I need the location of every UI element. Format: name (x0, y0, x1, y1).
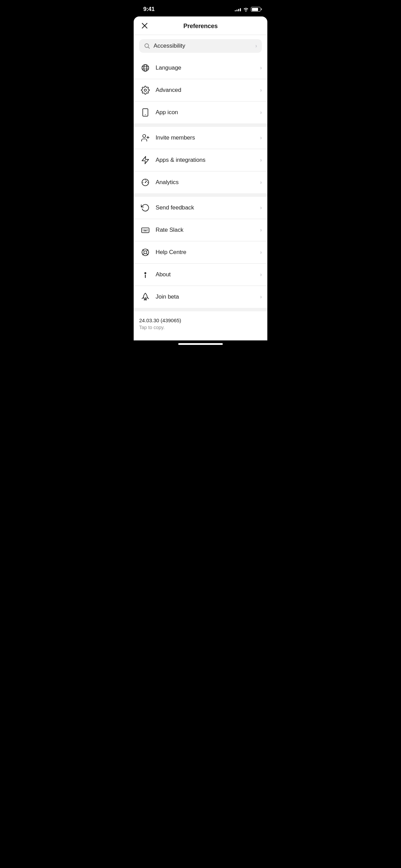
section-divider-1 (134, 123, 267, 127)
language-item[interactable]: Language › (134, 57, 267, 79)
invite-members-item[interactable]: Invite members › (134, 127, 267, 149)
keyboard-icon (139, 224, 151, 236)
accessibility-label: Accessibility (154, 43, 255, 49)
version-section[interactable]: 24.03.30 (439065) Tap to copy. (134, 311, 267, 340)
rate-slack-label: Rate Slack (156, 227, 260, 233)
apps-integrations-label: Apps & integrations (156, 157, 260, 164)
sheet-header: Preferences (134, 16, 267, 35)
svg-marker-14 (142, 156, 149, 164)
analytics-chevron-icon: › (260, 179, 262, 185)
svg-rect-9 (143, 109, 148, 116)
svg-line-27 (143, 250, 144, 251)
gauge-icon (139, 176, 151, 189)
join-beta-chevron-icon: › (260, 294, 262, 300)
send-feedback-chevron-icon: › (260, 205, 262, 211)
analytics-label: Analytics (156, 179, 260, 186)
svg-point-31 (144, 272, 146, 274)
battery-icon (251, 7, 260, 12)
content-area: Accessibility › Language (134, 35, 267, 340)
svg-point-8 (144, 89, 147, 92)
lifebuoy-icon (139, 246, 151, 258)
status-icons (235, 7, 260, 12)
language-chevron-icon: › (260, 65, 262, 71)
language-label: Language (156, 64, 260, 71)
svg-rect-17 (142, 228, 149, 233)
feedback-icon (139, 202, 151, 214)
section-support: Send feedback › (134, 197, 267, 308)
advanced-label: Advanced (156, 87, 260, 94)
join-beta-item[interactable]: Join beta › (134, 286, 267, 308)
about-chevron-icon: › (260, 272, 262, 278)
search-icon (144, 43, 150, 49)
advanced-chevron-icon: › (260, 87, 262, 93)
home-bar (178, 343, 223, 345)
rate-slack-chevron-icon: › (260, 227, 262, 233)
about-item[interactable]: About › (134, 264, 267, 286)
info-icon (139, 268, 151, 281)
help-centre-label: Help Centre (156, 249, 260, 256)
close-button[interactable] (139, 20, 150, 31)
send-feedback-label: Send feedback (156, 204, 260, 211)
page-title: Preferences (183, 23, 218, 30)
svg-point-16 (145, 182, 146, 183)
svg-point-26 (144, 251, 147, 254)
apps-integrations-chevron-icon: › (260, 157, 262, 163)
help-centre-chevron-icon: › (260, 249, 262, 255)
svg-line-28 (147, 254, 148, 255)
section-preferences: Language › Advanced › (134, 57, 267, 123)
help-centre-item[interactable]: Help Centre › (134, 241, 267, 264)
apps-integrations-item[interactable]: Apps & integrations › (134, 149, 267, 171)
svg-line-34 (142, 297, 143, 299)
svg-point-5 (144, 64, 147, 71)
analytics-item[interactable]: Analytics › (134, 171, 267, 193)
home-indicator (134, 340, 267, 348)
status-bar: 9:41 (134, 0, 267, 16)
advanced-item[interactable]: Advanced › (134, 79, 267, 101)
version-tap-to-copy: Tap to copy. (139, 325, 262, 330)
join-beta-label: Join beta (156, 293, 260, 300)
section-team: Invite members › Apps & integrations › (134, 127, 267, 193)
accessibility-chevron-icon: › (255, 43, 257, 49)
status-time: 9:41 (143, 6, 155, 13)
invite-members-label: Invite members (156, 134, 260, 141)
app-icon-item[interactable]: App icon › (134, 101, 267, 123)
svg-line-29 (147, 250, 148, 251)
app-icon-label: App icon (156, 109, 260, 116)
wifi-icon (243, 7, 249, 12)
rate-slack-item[interactable]: Rate Slack › (134, 219, 267, 241)
svg-line-35 (147, 297, 148, 299)
app-icon-chevron-icon: › (260, 109, 262, 116)
invite-members-chevron-icon: › (260, 135, 262, 141)
svg-line-3 (148, 47, 150, 49)
version-number: 24.03.30 (439065) (139, 317, 262, 323)
section-divider-2 (134, 193, 267, 197)
send-feedback-item[interactable]: Send feedback › (134, 197, 267, 219)
rocket-icon (139, 291, 151, 303)
section-divider-3 (134, 308, 267, 311)
globe-icon (139, 62, 151, 74)
phone-icon (139, 106, 151, 119)
svg-point-11 (143, 134, 146, 137)
sheet-wrapper: Preferences Accessibility › (134, 16, 267, 348)
svg-line-30 (143, 254, 144, 255)
bolt-icon (139, 154, 151, 166)
about-label: About (156, 271, 260, 278)
signal-bars-icon (235, 7, 241, 11)
gear-icon (139, 84, 151, 96)
accessibility-item[interactable]: Accessibility › (139, 39, 262, 53)
person-add-icon (139, 132, 151, 144)
svg-point-4 (142, 64, 149, 71)
svg-point-2 (145, 44, 149, 48)
